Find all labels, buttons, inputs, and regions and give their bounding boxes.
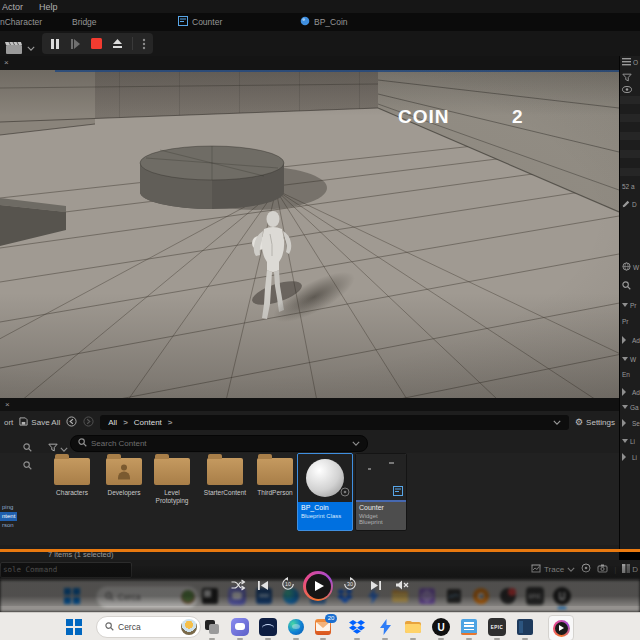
find-icon-2[interactable]	[23, 456, 32, 474]
right-panel-fragment[interactable]: 52 a	[622, 183, 635, 190]
back-button[interactable]	[66, 416, 77, 429]
doc-tab-counter[interactable]: Counter	[178, 13, 222, 31]
settings-button[interactable]: ⚙ Settings	[575, 417, 615, 427]
file-explorer-icon[interactable]	[404, 618, 422, 636]
asset-counter[interactable]: CounterWidget Blueprint	[355, 453, 407, 531]
transport-controls	[42, 33, 153, 54]
folder-icon	[154, 458, 190, 485]
sources-tree-item[interactable]: ping	[0, 503, 17, 512]
right-panel-fragment[interactable]: D	[622, 200, 637, 209]
step-forward-button[interactable]	[69, 36, 82, 51]
folder-characters[interactable]: Characters	[48, 458, 96, 497]
right-panel-fragment[interactable]: O	[622, 58, 638, 67]
eject-button[interactable]	[111, 36, 124, 51]
search-input[interactable]: Search Content	[70, 435, 368, 452]
taskbar-search-input[interactable]: Cerca	[96, 616, 201, 638]
transport-options-button[interactable]	[141, 36, 147, 51]
sources-tree-item[interactable]: ntent	[0, 512, 17, 521]
breadcrumb[interactable]: All>Content>	[100, 415, 569, 430]
next-button[interactable]	[370, 577, 382, 595]
folder-thirdperson[interactable]: ThirdPerson	[251, 458, 299, 497]
next-icon	[370, 577, 382, 595]
start-button[interactable]	[66, 619, 84, 637]
breadcrumb-chevron-down-icon[interactable]	[553, 418, 561, 427]
pencil-icon	[622, 200, 630, 209]
previous-icon	[257, 577, 269, 595]
doc-tab-bp_coin[interactable]: BP_Coin	[300, 13, 348, 31]
unreal-engine-icon[interactable]: U	[432, 618, 450, 636]
right-panel-fragment[interactable]: Pr	[622, 300, 637, 310]
right-panel-fragment[interactable]: W	[622, 354, 636, 364]
stop-button[interactable]	[90, 36, 103, 51]
right-panel-fragment[interactable]: Ga	[622, 402, 639, 412]
sources-tree-item[interactable]: rson	[0, 521, 17, 530]
folder-developers[interactable]: Developers	[100, 458, 148, 497]
menu-item-actor[interactable]: Actor	[2, 2, 23, 12]
gear-icon: ⚙	[575, 417, 583, 427]
widget-icon	[178, 16, 188, 28]
document-tab-bar: nCharacterBridgeCounterBP_Coin	[0, 13, 640, 31]
shuffle-button[interactable]	[231, 577, 246, 595]
search-icon	[622, 281, 631, 291]
bing-daily-icon[interactable]	[181, 619, 197, 635]
pause-button[interactable]	[48, 36, 61, 51]
media-player-icon[interactable]	[548, 615, 574, 640]
widget-icon	[393, 482, 403, 500]
doc-tab-ncharacter[interactable]: nCharacter	[0, 13, 42, 31]
content-browser-close-icon[interactable]: ×	[5, 401, 10, 409]
content-browser: × ort Save All All>Content> ⚙ Settings S…	[0, 398, 619, 560]
folder-level-prototyping[interactable]: Level Prototyping	[148, 458, 196, 505]
breadcrumb-separator: >	[123, 418, 128, 427]
breadcrumb-item-all[interactable]: All	[108, 418, 117, 427]
right-panel-fragment[interactable]: Ad	[622, 388, 640, 396]
save-all-button[interactable]: Save All	[19, 417, 60, 428]
taskbar-search-label: Cerca	[118, 622, 141, 632]
task-view-icon[interactable]	[203, 618, 221, 636]
epic-games-icon[interactable]: EPIC	[488, 618, 506, 636]
breadcrumb-separator: >	[168, 418, 173, 427]
disney-plus-icon[interactable]	[259, 618, 277, 636]
folder-icon	[207, 458, 243, 485]
right-panel-fragment[interactable]: W	[622, 262, 639, 272]
forward-button[interactable]	[83, 416, 94, 429]
rewind-10-icon: 10	[281, 577, 296, 595]
bolt-icon[interactable]	[376, 618, 394, 636]
right-panel-fragment[interactable]: Li	[622, 436, 635, 446]
mute-button[interactable]	[395, 577, 409, 595]
breadcrumb-item-content[interactable]: Content	[134, 418, 162, 427]
right-panel-fragment[interactable]	[622, 281, 633, 291]
import-button[interactable]: ort	[4, 418, 13, 427]
windows-taskbar: Cerca20UEPIC	[0, 612, 640, 640]
doc-tab-bridge[interactable]: Bridge	[72, 13, 97, 31]
right-panel-fragment[interactable]	[622, 73, 634, 83]
play-toolbar	[0, 31, 640, 56]
edge-icon[interactable]	[287, 618, 305, 636]
eye-icon	[622, 86, 632, 94]
right-panel-strip: O52 aDWPrPrAdWEnAdGaSeLiLi	[619, 56, 640, 552]
viewport-close-icon[interactable]: ×	[4, 59, 9, 67]
video-progress-bar[interactable]	[0, 549, 640, 552]
content-browser-tab-strip: ×	[0, 398, 619, 411]
right-panel-fragment[interactable]: Li	[622, 453, 637, 461]
folder-startercontent[interactable]: StarterContent	[201, 458, 249, 497]
sphere-thumbnail	[306, 459, 344, 497]
rewind-10-button[interactable]: 10	[281, 577, 296, 595]
chevron-down-icon[interactable]	[352, 439, 360, 448]
previous-button[interactable]	[257, 577, 269, 595]
visual-studio-dark-icon[interactable]	[516, 618, 534, 636]
right-panel-fragment[interactable]: En	[622, 371, 630, 378]
right-panel-fragment[interactable]: Ad	[622, 336, 640, 344]
forward-30-button[interactable]: 30	[343, 577, 358, 595]
play-button[interactable]	[303, 571, 333, 601]
right-panel-fragment[interactable]	[622, 86, 634, 94]
teams-chat-icon[interactable]	[231, 618, 249, 636]
game-viewport[interactable]: COIN 2	[0, 70, 619, 398]
dropbox-icon[interactable]	[348, 618, 366, 636]
notes-icon[interactable]	[460, 618, 478, 636]
right-panel-fragment[interactable]: Se	[622, 419, 640, 427]
asset-bp_coin[interactable]: BP_CoinBlueprint Class	[297, 453, 353, 531]
svg-text:10: 10	[285, 581, 291, 587]
right-panel-fragment[interactable]: Pr	[622, 318, 629, 325]
menu-item-help[interactable]: Help	[39, 2, 58, 12]
mail-icon[interactable]: 20	[314, 618, 332, 636]
